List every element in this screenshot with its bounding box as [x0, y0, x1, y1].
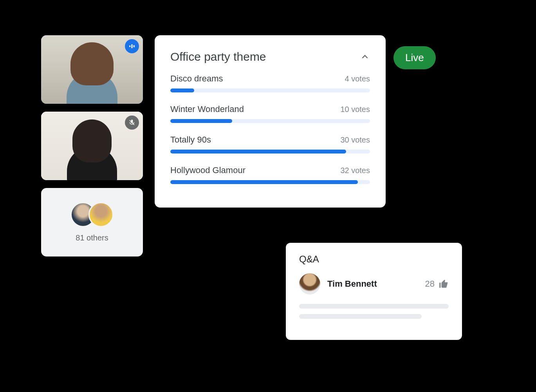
poll-option-label: Hollywood Glamour [170, 165, 245, 175]
poll-option[interactable]: Winter Wonderland 10 votes [170, 104, 370, 123]
avatar-stack [70, 202, 114, 227]
poll-option[interactable]: Hollywood Glamour 32 votes [170, 165, 370, 184]
poll-card: Office party theme Disco dreams 4 votes … [155, 35, 386, 208]
svg-rect-2 [134, 45, 135, 47]
qa-entry[interactable]: Tim Bennett 28 [299, 273, 449, 294]
poll-option[interactable]: Totally 90s 30 votes [170, 135, 370, 154]
participant-tiles: 81 others [41, 35, 143, 257]
poll-option-label: Disco dreams [170, 74, 223, 84]
qa-text-placeholder [299, 314, 422, 319]
poll-option[interactable]: Disco dreams 4 votes [170, 74, 370, 92]
qa-title: Q&A [299, 254, 449, 265]
qa-like-number: 28 [425, 279, 435, 289]
mic-muted-icon [125, 116, 139, 130]
poll-option-bar-fill [170, 89, 194, 92]
others-count-label: 81 others [76, 233, 108, 242]
avatar [299, 273, 320, 294]
poll-option-votes: 4 votes [345, 74, 370, 83]
poll-title: Office party theme [170, 50, 266, 63]
participant-tile-speaking[interactable] [41, 35, 143, 104]
poll-option-bar [170, 119, 370, 123]
thumbs-up-icon [439, 279, 449, 289]
poll-option-bar-fill [170, 119, 232, 123]
qa-card: Q&A Tim Bennett 28 [286, 243, 462, 340]
chevron-up-icon[interactable] [360, 52, 370, 62]
qa-text-placeholder [299, 304, 449, 309]
avatar [88, 202, 114, 227]
poll-option-votes: 30 votes [340, 135, 370, 145]
participant-tile-muted[interactable] [41, 112, 143, 180]
participant-tile-others[interactable]: 81 others [41, 188, 143, 257]
svg-rect-1 [132, 44, 133, 49]
poll-option-bar [170, 89, 370, 92]
poll-option-votes: 32 votes [340, 166, 370, 175]
qa-like-count[interactable]: 28 [425, 279, 449, 289]
poll-option-bar [170, 150, 370, 154]
live-badge: Live [393, 46, 436, 69]
qa-author-name: Tim Bennett [327, 279, 418, 289]
poll-option-votes: 10 votes [340, 105, 370, 114]
poll-option-bar-fill [170, 150, 346, 154]
poll-option-bar [170, 180, 370, 184]
poll-option-label: Totally 90s [170, 135, 211, 145]
speaking-indicator-icon [125, 39, 139, 53]
poll-option-label: Winter Wonderland [170, 104, 244, 114]
poll-option-bar-fill [170, 180, 358, 184]
svg-rect-0 [129, 45, 130, 47]
